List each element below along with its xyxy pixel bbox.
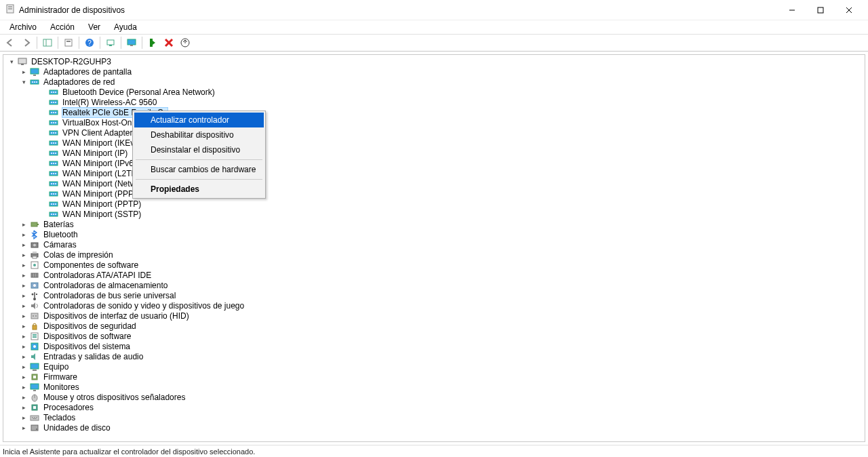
tree-category[interactable]: ▸Controladoras ATA/ATAPI IDE xyxy=(6,270,862,280)
chevron-right-icon[interactable]: ▸ xyxy=(20,353,28,361)
maximize-button[interactable] xyxy=(807,1,834,20)
menu-ver[interactable]: Ver xyxy=(81,21,107,33)
tree-category[interactable]: ▸Bluetooth xyxy=(6,229,862,239)
minimize-button[interactable] xyxy=(778,1,806,20)
tree-category[interactable]: ▸Cámaras xyxy=(6,239,862,250)
chevron-right-icon[interactable]: ▸ xyxy=(20,342,28,351)
tree-category-label: Componentes de software xyxy=(43,260,139,270)
tree-category[interactable]: ▸Unidades de disco xyxy=(6,422,862,433)
svg-point-62 xyxy=(51,173,52,174)
device-tree[interactable]: ▾DESKTOP-R2GUHP3▸Adaptadores de pantalla… xyxy=(3,54,865,442)
svg-point-54 xyxy=(51,153,52,154)
help-icon[interactable]: ? xyxy=(82,35,97,50)
forward-icon[interactable] xyxy=(19,35,34,50)
svg-point-26 xyxy=(32,81,33,83)
chevron-right-icon[interactable]: ▸ xyxy=(20,302,28,310)
chevron-down-icon[interactable]: ▾ xyxy=(7,58,16,66)
svg-rect-118 xyxy=(33,406,36,409)
close-button[interactable] xyxy=(835,1,863,20)
scan-hardware-icon[interactable] xyxy=(103,35,118,50)
chevron-right-icon[interactable]: ▸ xyxy=(20,363,28,371)
svg-point-63 xyxy=(53,173,54,174)
menu-accion[interactable]: Acción xyxy=(43,21,81,33)
battery-icon xyxy=(29,219,40,230)
chevron-right-icon[interactable]: ▸ xyxy=(20,261,28,269)
context-menu-item[interactable]: Propiedades xyxy=(134,182,264,197)
tree-category[interactable]: ▸Colas de impresión xyxy=(6,250,862,260)
chevron-right-icon[interactable]: ▸ xyxy=(20,393,28,401)
tree-category-label: Baterías xyxy=(43,220,75,229)
tree-category[interactable]: ▸Firmware xyxy=(6,372,862,382)
tree-device[interactable]: Bluetooth Device (Personal Area Network) xyxy=(6,87,862,97)
tree-category[interactable]: ▸Componentes de software xyxy=(6,260,862,270)
network-adapter-icon xyxy=(48,168,59,179)
chevron-right-icon[interactable]: ▸ xyxy=(20,251,28,259)
chevron-right-icon[interactable]: ▸ xyxy=(20,292,28,300)
tree-category[interactable]: ▸Equipo xyxy=(6,361,862,372)
svg-point-56 xyxy=(55,153,56,154)
svg-rect-17 xyxy=(150,39,153,47)
enable-device-icon[interactable] xyxy=(145,35,160,50)
bluetooth-icon xyxy=(29,229,40,240)
chevron-right-icon[interactable]: ▸ xyxy=(20,383,28,391)
svg-point-36 xyxy=(55,102,56,103)
toolbar: ? xyxy=(0,35,868,52)
tree-device-label: WAN Miniport (L2TP) xyxy=(62,169,140,178)
tree-category[interactable]: ▸Baterías xyxy=(6,219,862,229)
uninstall-device-icon[interactable] xyxy=(178,35,193,50)
chevron-right-icon[interactable]: ▸ xyxy=(20,322,28,330)
back-icon[interactable] xyxy=(3,35,18,50)
tree-category[interactable]: ▸Controladoras de bus serie universal xyxy=(6,290,862,300)
svg-point-47 xyxy=(53,132,54,134)
context-menu-item[interactable]: Buscar cambios de hardware xyxy=(134,162,264,177)
chevron-right-icon[interactable]: ▸ xyxy=(20,403,28,412)
chevron-right-icon[interactable]: ▸ xyxy=(20,373,28,381)
context-menu-item[interactable]: Actualizar controlador xyxy=(134,113,264,127)
show-hide-console-icon[interactable] xyxy=(40,35,55,50)
chevron-right-icon[interactable]: ▸ xyxy=(20,332,28,340)
chevron-right-icon[interactable]: ▸ xyxy=(20,241,28,249)
tree-category[interactable]: ▾Adaptadores de red xyxy=(6,77,862,87)
svg-point-74 xyxy=(51,203,52,205)
tree-root[interactable]: ▾DESKTOP-R2GUHP3 xyxy=(6,56,862,66)
update-driver-monitor-icon[interactable] xyxy=(124,35,139,50)
tree-category[interactable]: ▸Entradas y salidas de audio xyxy=(6,351,862,361)
tree-category[interactable]: ▸Controladoras de almacenamiento xyxy=(6,280,862,290)
svg-rect-105 xyxy=(33,334,37,336)
svg-rect-110 xyxy=(33,370,37,371)
tree-category[interactable]: ▸Procesadores xyxy=(6,402,862,412)
menu-archivo[interactable]: Archivo xyxy=(3,21,43,33)
chevron-right-icon[interactable]: ▸ xyxy=(20,231,28,239)
tree-category[interactable]: ▸Controladoras de sonido y video y dispo… xyxy=(6,300,862,311)
tree-device[interactable]: Intel(R) Wireless-AC 9560 xyxy=(6,97,862,107)
svg-rect-7 xyxy=(43,39,52,46)
chevron-right-icon[interactable]: ▸ xyxy=(20,424,28,432)
chevron-right-icon[interactable]: ▸ xyxy=(20,281,28,290)
display-icon xyxy=(29,66,40,77)
disable-device-icon[interactable] xyxy=(161,35,176,50)
svg-rect-109 xyxy=(31,363,39,369)
chevron-right-icon[interactable]: ▸ xyxy=(20,220,28,228)
tree-category-label: Firmware xyxy=(43,372,78,382)
context-menu-item[interactable]: Desinstalar el dispositivo xyxy=(134,142,264,157)
properties-icon[interactable] xyxy=(61,35,76,50)
system-icon xyxy=(29,341,40,352)
chevron-right-icon[interactable]: ▸ xyxy=(20,414,28,422)
chevron-right-icon[interactable]: ▸ xyxy=(20,68,28,76)
tree-category[interactable]: ▸Adaptadores de pantalla xyxy=(6,66,862,77)
chevron-right-icon[interactable]: ▸ xyxy=(20,312,28,320)
tree-category[interactable]: ▸Dispositivos del sistema xyxy=(6,341,862,351)
context-menu-item[interactable]: Deshabilitar dispositivo xyxy=(134,127,264,142)
tree-category[interactable]: ▸Dispositivos de software xyxy=(6,331,862,341)
chevron-right-icon[interactable]: ▸ xyxy=(20,271,28,279)
tree-device[interactable]: WAN Miniport (SSTP) xyxy=(6,209,862,219)
tree-category[interactable]: ▸Dispositivos de interfaz de usuario (HI… xyxy=(6,311,862,321)
tree-category[interactable]: ▸Monitores xyxy=(6,382,862,392)
tree-category[interactable]: ▸Mouse y otros dispositivos señaladores xyxy=(6,392,862,402)
menu-ayuda[interactable]: Ayuda xyxy=(107,21,144,33)
svg-rect-120 xyxy=(32,417,33,418)
tree-category[interactable]: ▸Teclados xyxy=(6,412,862,422)
chevron-down-icon[interactable]: ▾ xyxy=(20,78,28,86)
tree-category[interactable]: ▸Dispositivos de seguridad xyxy=(6,321,862,331)
tree-device[interactable]: WAN Miniport (PPTP) xyxy=(6,199,862,209)
